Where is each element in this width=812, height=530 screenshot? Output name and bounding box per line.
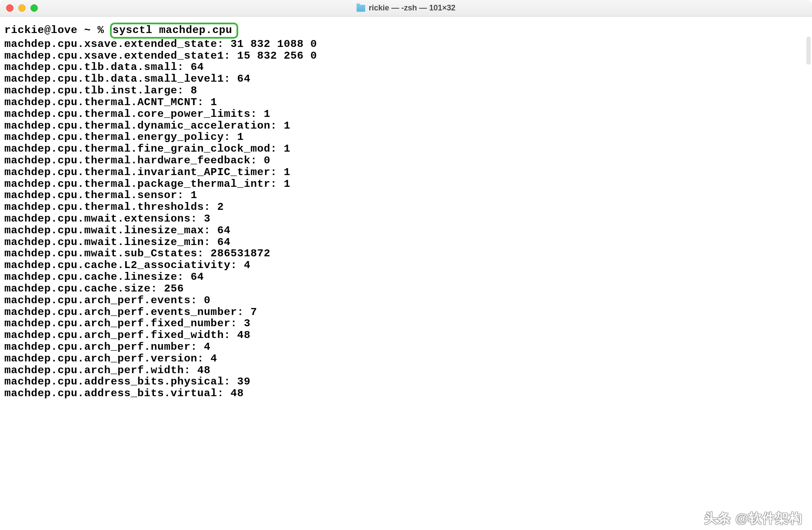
command-highlight: sysctl machdep.cpu [110, 23, 238, 39]
titlebar[interactable]: rickie — -zsh — 101×32 [0, 0, 812, 17]
fullscreen-button[interactable] [30, 4, 38, 12]
traffic-lights [6, 4, 38, 12]
watermark-text: 头条 @软件架构 [704, 511, 802, 526]
output-line: machdep.cpu.address_bits.physical: 39 [4, 376, 809, 388]
output-line: machdep.cpu.mwait.sub_Cstates: 286531872 [4, 248, 809, 260]
scrollbar-thumb[interactable] [806, 36, 811, 65]
output-line: machdep.cpu.xsave.extended_state: 31 832… [4, 39, 809, 50]
folder-icon [356, 5, 365, 12]
output-line: machdep.cpu.arch_perf.width: 48 [4, 365, 809, 377]
output-line: machdep.cpu.tlb.data.small_level1: 64 [4, 73, 809, 85]
shell-prompt: rickie@love ~ % [4, 25, 111, 36]
output-line: machdep.cpu.thermal.thresholds: 2 [4, 202, 809, 213]
output-line: machdep.cpu.thermal.ACNT_MCNT: 1 [4, 97, 809, 109]
output-line: machdep.cpu.tlb.data.small: 64 [4, 62, 809, 73]
terminal-output: machdep.cpu.xsave.extended_state: 31 832… [4, 39, 809, 400]
window-title-group: rickie — -zsh — 101×32 [356, 3, 456, 13]
output-line: machdep.cpu.thermal.sensor: 1 [4, 190, 809, 202]
output-line: machdep.cpu.thermal.fine_grain_clock_mod… [4, 143, 809, 155]
output-line: machdep.cpu.xsave.extended_state1: 15 83… [4, 50, 809, 62]
terminal-body[interactable]: rickie@love ~ % sysctl machdep.cpu machd… [0, 17, 812, 530]
minimize-button[interactable] [18, 4, 26, 12]
output-line: machdep.cpu.mwait.linesize_min: 64 [4, 237, 809, 248]
output-line: machdep.cpu.cache.size: 256 [4, 283, 809, 295]
output-line: machdep.cpu.arch_perf.events: 0 [4, 295, 809, 307]
output-line: machdep.cpu.address_bits.virtual: 48 [4, 388, 809, 400]
output-line: machdep.cpu.thermal.hardware_feedback: 0 [4, 155, 809, 167]
output-line: machdep.cpu.mwait.linesize_max: 64 [4, 225, 809, 237]
output-line: machdep.cpu.arch_perf.fixed_width: 48 [4, 330, 809, 341]
output-line: machdep.cpu.cache.L2_associativity: 4 [4, 260, 809, 272]
window-title: rickie — -zsh — 101×32 [369, 3, 456, 13]
output-line: machdep.cpu.thermal.dynamic_acceleration… [4, 120, 809, 132]
output-line: machdep.cpu.mwait.extensions: 3 [4, 213, 809, 225]
output-line: machdep.cpu.arch_perf.version: 4 [4, 353, 809, 365]
output-line: machdep.cpu.thermal.energy_policy: 1 [4, 132, 809, 143]
terminal-window: rickie — -zsh — 101×32 rickie@love ~ % s… [0, 0, 812, 530]
output-line: machdep.cpu.cache.linesize: 64 [4, 272, 809, 283]
output-line: machdep.cpu.thermal.core_power_limits: 1 [4, 109, 809, 120]
output-line: machdep.cpu.arch_perf.events_number: 7 [4, 307, 809, 318]
output-line: machdep.cpu.tlb.inst.large: 8 [4, 85, 809, 97]
output-line: machdep.cpu.thermal.invariant_APIC_timer… [4, 167, 809, 179]
output-line: machdep.cpu.thermal.package_thermal_intr… [4, 179, 809, 190]
prompt-line: rickie@love ~ % sysctl machdep.cpu [4, 23, 809, 39]
output-line: machdep.cpu.arch_perf.fixed_number: 3 [4, 318, 809, 330]
close-button[interactable] [6, 4, 13, 12]
output-line: machdep.cpu.arch_perf.number: 4 [4, 341, 809, 353]
